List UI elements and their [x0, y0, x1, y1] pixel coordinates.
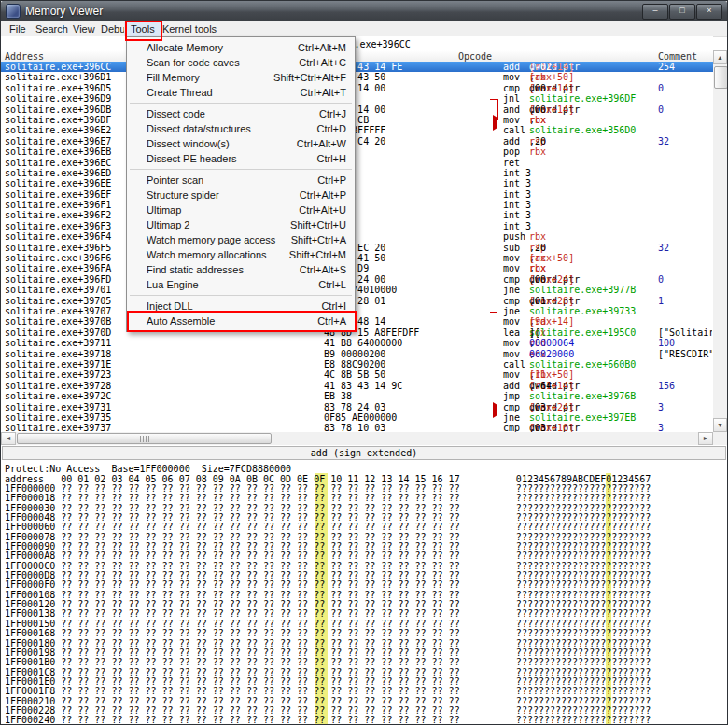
disasm-row[interactable]: solitaire.exe+396E748 83 C4 20addrsp,203… — [1, 136, 713, 146]
disasm-row[interactable]: solitaire.exe+3973783 78 10 03cmpdword p… — [1, 423, 713, 432]
menu-item-allocate-memory[interactable]: Allocate MemoryCtrl+Alt+M — [127, 40, 355, 55]
close-button[interactable]: × — [696, 4, 722, 20]
menu-item-create-thread[interactable]: Create ThreadCtrl+Alt+T — [127, 85, 355, 100]
disasm-row[interactable]: solitaire.exe+396DB83 60 14 00anddword p… — [1, 105, 713, 115]
instruction-mnemonic: cmp — [503, 402, 520, 412]
menu-item-watch-memory-allocations[interactable]: Watch memory allocationsShift+Ctrl+M — [127, 247, 355, 262]
menu-item-ultimap-2[interactable]: Ultimap 2Shift+Ctrl+U — [127, 217, 355, 232]
hex-rows[interactable]: 1FF000000 ?? ?? ?? ?? ?? ?? ?? ?? ?? ?? … — [5, 484, 727, 724]
column-header-opcode[interactable]: Opcode — [458, 51, 492, 62]
disasm-row[interactable]: solitaire.exe+396EECCint 3 — [1, 178, 713, 188]
menu-item-dissect-data-structures[interactable]: Dissect data/structuresCtrl+D — [127, 121, 355, 136]
disassembler-horizontal-scrollbar[interactable]: ◄ ► — [1, 432, 713, 445]
menu-item-dissect-pe-headers[interactable]: Dissect PE headersCtrl+H — [127, 151, 355, 166]
menu-item-pointer-scan[interactable]: Pointer scanCtrl+P — [127, 173, 355, 188]
disassembler-panel: solitaire.exe+396CC Address Bytes Opcode… — [1, 36, 713, 432]
disasm-row[interactable]: solitaire.exe+396F2CCint 3 — [1, 210, 713, 220]
disasm-row[interactable]: solitaire.exe+3973183 78 24 03cmpdword p… — [1, 402, 713, 412]
scroll-up-arrow-icon[interactable]: ▲ — [713, 50, 727, 64]
disasm-row[interactable]: solitaire.exe+396D583 78 14 00cmpdword p… — [1, 83, 713, 93]
instruction-bytes: 0F85 AE000000 — [324, 412, 397, 423]
disasm-row[interactable]: solitaire.exe+396F548 83 EC 20subrsp,203… — [1, 243, 713, 253]
disasm-row[interactable]: solitaire.exe+3970B44 8B 48 14movr9d,[ra… — [1, 316, 713, 327]
disasm-row[interactable]: solitaire.exe+397010F85 74010000jnesolit… — [1, 285, 713, 295]
horizontal-scrollbar-thumb[interactable] — [17, 433, 272, 444]
scroll-right-arrow-icon[interactable]: ► — [698, 432, 713, 445]
instruction-address: solitaire.exe+39723 — [5, 369, 111, 380]
instruction-mnemonic: call — [503, 125, 525, 135]
menu-item-auto-assemble[interactable]: Auto AssembleCtrl+A — [127, 314, 355, 328]
disasm-row[interactable]: solitaire.exe+396EB5Bpoprbx — [1, 146, 713, 157]
disasm-row[interactable]: solitaire.exe+396F440 53pushrbx — [1, 231, 713, 242]
disasm-row[interactable]: solitaire.exe+396EDCCint 3 — [1, 168, 713, 178]
disasm-row[interactable]: solitaire.exe+396F1CCint 3 — [1, 200, 713, 210]
column-header-comment[interactable]: Comment — [658, 51, 697, 62]
menubar-item-kernel-tools[interactable]: Kernel tools — [156, 21, 223, 36]
disasm-row[interactable]: solitaire.exe+396FD83 78 24 00cmpdword p… — [1, 274, 713, 285]
disasm-row[interactable]: solitaire.exe+396FA48 8B D9movrbx,rcx — [1, 263, 713, 273]
disasm-row[interactable]: solitaire.exe+3970775 2Ajnesolitaire.exe… — [1, 306, 713, 316]
scroll-left-arrow-icon[interactable]: ◄ — [1, 432, 16, 445]
disasm-row[interactable]: solitaire.exe+396D97D 04jnlsolitaire.exe… — [1, 93, 713, 104]
menu-item-dissect-code[interactable]: Dissect codeCtrl+J — [127, 106, 355, 121]
disasm-row[interactable]: solitaire.exe+396F648 8B 41 50movrax,[rc… — [1, 253, 713, 263]
menu-item-shortcut: Ctrl+L — [318, 279, 346, 290]
menu-item-label: Create Thread — [147, 87, 213, 98]
disassembly-rows: solitaire.exe+396CC41 83 43 14 FEadddwor… — [1, 62, 713, 432]
menu-item-label: Dissect PE headers — [147, 153, 237, 164]
disasm-row[interactable]: solitaire.exe+396DF48 8B CBmovrcx,rbx — [1, 115, 713, 125]
hex-row[interactable]: 1FF000240 ?? ?? ?? ?? ?? ?? ?? ?? ?? ?? … — [5, 716, 727, 724]
disassembler-vertical-scrollbar[interactable]: ▲ ▼ — [713, 50, 728, 432]
disasm-row[interactable]: solitaire.exe+396F3CCint 3 — [1, 221, 713, 231]
disasm-row[interactable]: solitaire.exe+3971141 B8 64000000movr8d,… — [1, 338, 713, 348]
menu-item-find-static-addresses[interactable]: Find static addressesCtrl+Alt+S — [127, 262, 355, 277]
disasm-row[interactable]: solitaire.exe+397234C 8B 5B 50movr11,[rb… — [1, 369, 713, 380]
vertical-scrollbar-thumb[interactable] — [714, 66, 728, 89]
hex-row[interactable]: 1FF0001B0 ?? ?? ?? ?? ?? ?? ?? ?? ?? ?? … — [5, 658, 727, 667]
instruction-address: solitaire.exe+396E7 — [5, 136, 111, 146]
disasm-row[interactable]: solitaire.exe+396D148 8B 43 50movrax,[rb… — [1, 72, 713, 82]
tools-menu: Allocate MemoryCtrl+Alt+MScan for code c… — [126, 36, 356, 332]
menu-item-structure-spider[interactable]: Structure spiderCtrl+Alt+P — [127, 188, 355, 202]
disasm-row[interactable]: solitaire.exe+3972CEB 38jmpsolitaire.exe… — [1, 391, 713, 401]
menu-item-label: Scan for code caves — [147, 57, 240, 68]
current-symbol-label: solitaire.exe+396CC — [1, 39, 713, 49]
minimize-button[interactable]: – — [642, 4, 668, 20]
instruction-comment: 254 — [658, 62, 712, 72]
instruction-comment — [658, 158, 712, 168]
instruction-bytes: 41 83 43 14 9C — [324, 381, 402, 391]
disasm-row[interactable]: solitaire.exe+396CC41 83 43 14 FEadddwor… — [1, 62, 713, 72]
disasm-row[interactable]: solitaire.exe+3971EE8 88C90200callsolita… — [1, 359, 713, 369]
disasm-row[interactable]: solitaire.exe+3972841 83 43 14 9Cadddwor… — [1, 381, 713, 391]
instruction-mnemonic: jmp — [503, 391, 520, 401]
hex-row[interactable]: 1FF000168 ?? ?? ?? ?? ?? ?? ?? ?? ?? ?? … — [5, 629, 727, 638]
disasm-row[interactable]: solitaire.exe+3970D48 8D 15 A8FEFDFFlear… — [1, 328, 713, 338]
menu-item-fill-memory[interactable]: Fill MemoryShift+Ctrl+Alt+F — [127, 70, 355, 85]
instruction-address: solitaire.exe+39737 — [5, 423, 111, 432]
instruction-comment — [658, 369, 712, 380]
disasm-row[interactable]: solitaire.exe+39718B9 00000200movecx,000… — [1, 349, 713, 359]
menu-item-inject-dll[interactable]: Inject DLLCtrl+I — [127, 299, 355, 314]
scroll-down-arrow-icon[interactable]: ▼ — [713, 418, 727, 432]
menu-item-dissect-window-s[interactable]: Dissect window(s)Ctrl+Alt+W — [127, 136, 355, 151]
menu-item-label: Fill Memory — [147, 72, 200, 83]
column-header-address[interactable]: Address — [5, 51, 44, 62]
window-title: Memory Viewer — [25, 5, 103, 18]
disasm-row[interactable]: solitaire.exe+396ECC3ret — [1, 158, 713, 168]
menu-item-lua-engine[interactable]: Lua EngineCtrl+L — [127, 277, 355, 292]
menu-item-watch-memory-page-access[interactable]: Watch memory page accessShift+Ctrl+A — [127, 232, 355, 247]
disasm-row[interactable]: solitaire.exe+397350F85 AE000000jnesolit… — [1, 412, 713, 423]
disasm-row[interactable]: solitaire.exe+3970583 78 28 01cmpdword p… — [1, 296, 713, 306]
menu-item-ultimap[interactable]: UltimapCtrl+Alt+U — [127, 202, 355, 217]
menu-item-shortcut: Shift+Ctrl+U — [290, 219, 346, 230]
menu-item-scan-for-code-caves[interactable]: Scan for code cavesCtrl+Alt+C — [127, 55, 355, 70]
hex-row[interactable]: 1FF0001F8 ?? ?? ?? ?? ?? ?? ?? ?? ?? ?? … — [5, 687, 727, 696]
instruction-address: solitaire.exe+396CC — [5, 62, 111, 72]
disasm-row[interactable]: solitaire.exe+396EFCCint 3 — [1, 189, 713, 200]
instruction-bytes: B9 00000200 — [324, 349, 385, 359]
maximize-button[interactable]: □ — [669, 4, 695, 20]
menubar-item-file[interactable]: File — [3, 21, 33, 36]
disasm-row[interactable]: solitaire.exe+396E2E8 E9BFFFFFcallsolita… — [1, 125, 713, 135]
instruction-mnemonic: jnl — [503, 93, 520, 104]
instruction-mnemonic: cmp — [503, 274, 520, 285]
